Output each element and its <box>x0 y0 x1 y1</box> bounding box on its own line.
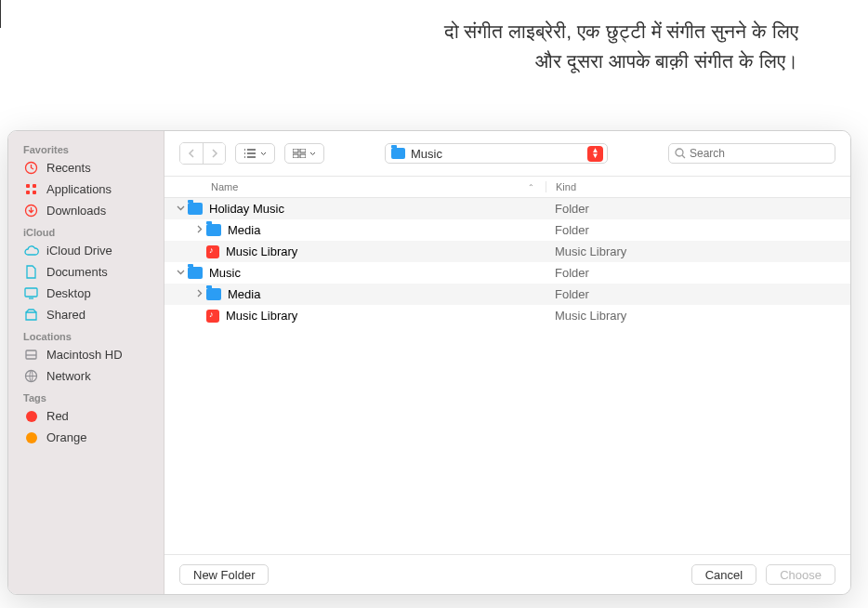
sidebar-item-orange[interactable]: Orange <box>8 427 164 448</box>
file-kind: Folder <box>546 266 850 280</box>
file-kind: Folder <box>546 223 850 237</box>
sidebar-item-label: Red <box>46 409 69 423</box>
path-dropdown[interactable]: Music ▲▼ <box>385 143 608 164</box>
toolbar: Music ▲▼ <box>164 131 850 177</box>
chevron-down-icon <box>309 152 316 156</box>
file-kind: Folder <box>546 202 850 216</box>
sidebar-item-label: Desktop <box>46 286 91 300</box>
sidebar-item-label: Network <box>46 369 91 383</box>
folder-icon <box>206 288 221 300</box>
file-name: Holiday Music <box>209 202 284 216</box>
sidebar-item-label: Shared <box>46 308 85 322</box>
desktop-icon <box>23 285 39 301</box>
file-name: Media <box>228 223 260 237</box>
svg-point-14 <box>676 149 683 156</box>
list-header: Name ⌃ Kind <box>164 177 850 198</box>
sidebar-item-icloud-drive[interactable]: iCloud Drive <box>8 240 164 261</box>
tag-dot <box>23 430 39 445</box>
file-kind: Folder <box>546 287 850 301</box>
sidebar-item-documents[interactable]: Documents <box>8 261 164 283</box>
sidebar-section-title: Locations <box>8 325 164 344</box>
table-row[interactable]: MusicFolder <box>164 262 850 284</box>
sidebar-section-title: Favorites <box>8 139 164 157</box>
chevron-down-icon <box>260 152 267 156</box>
column-kind[interactable]: Kind <box>546 181 850 192</box>
svg-rect-10 <box>293 149 298 152</box>
disclosure-triangle[interactable] <box>194 289 204 299</box>
table-row[interactable]: Music LibraryMusic Library <box>164 305 850 326</box>
file-picker-window: FavoritesRecentsApplicationsDownloadsiCl… <box>7 130 851 595</box>
footer: New Folder Cancel Choose <box>164 554 850 594</box>
clock-icon <box>23 160 39 176</box>
sidebar-item-label: Documents <box>46 265 108 279</box>
table-row[interactable]: Music LibraryMusic Library <box>164 241 850 262</box>
download-icon <box>23 203 39 218</box>
sidebar-item-downloads[interactable]: Downloads <box>8 200 164 221</box>
group-button[interactable] <box>284 143 324 164</box>
grid-icon <box>23 181 39 197</box>
sidebar-item-shared[interactable]: Shared <box>8 304 164 325</box>
sidebar-item-red[interactable]: Red <box>8 405 164 427</box>
sidebar-item-label: Orange <box>46 430 86 444</box>
sidebar-item-desktop[interactable]: Desktop <box>8 283 164 304</box>
sidebar-item-label: Recents <box>46 161 91 175</box>
disclosure-triangle[interactable] <box>176 204 185 214</box>
svg-rect-13 <box>300 154 306 158</box>
folder-icon <box>391 148 405 159</box>
back-button[interactable] <box>180 143 203 164</box>
svg-rect-2 <box>33 184 36 188</box>
table-row[interactable]: Holiday MusicFolder <box>164 198 850 219</box>
sidebar-item-label: iCloud Drive <box>46 244 112 258</box>
table-row[interactable]: MediaFolder <box>164 284 850 305</box>
disk-icon <box>23 347 39 363</box>
svg-rect-3 <box>26 191 30 194</box>
sidebar-item-applications[interactable]: Applications <box>8 178 164 200</box>
sidebar-section-title: Tags <box>8 387 164 405</box>
sidebar-item-recents[interactable]: Recents <box>8 157 164 178</box>
search-box[interactable] <box>668 143 835 164</box>
path-label: Music <box>411 147 582 161</box>
folder-icon <box>188 203 203 215</box>
file-list: Holiday MusicFolderMediaFolderMusic Libr… <box>164 198 850 554</box>
svg-line-15 <box>682 155 685 158</box>
tag-dot <box>23 408 39 424</box>
nav-buttons <box>179 142 226 165</box>
sidebar-item-macintosh-hd[interactable]: Macintosh HD <box>8 344 164 365</box>
disclosure-triangle[interactable] <box>176 268 185 278</box>
file-name: Music Library <box>226 245 297 258</box>
column-name-label: Name <box>211 181 238 192</box>
view-list-button[interactable] <box>235 143 275 164</box>
cancel-button[interactable]: Cancel <box>691 564 756 585</box>
folder-icon <box>188 267 203 279</box>
search-input[interactable] <box>690 147 829 160</box>
sidebar-section-title: iCloud <box>8 221 164 240</box>
shared-icon <box>23 307 39 323</box>
svg-rect-12 <box>293 154 298 158</box>
sidebar-item-label: Downloads <box>46 204 106 218</box>
main-pane: Music ▲▼ Name ⌃ Kind Holiday MusicFolder… <box>164 131 850 594</box>
disclosure-triangle[interactable] <box>194 225 204 235</box>
cloud-icon <box>23 243 39 258</box>
svg-rect-1 <box>26 184 30 188</box>
sidebar-item-label: Applications <box>46 182 112 196</box>
choose-button[interactable]: Choose <box>766 564 835 585</box>
search-icon <box>675 148 686 159</box>
annotation-text: दो संगीत लाइब्रेरी, एक छुट्टी में संगीत … <box>427 17 798 75</box>
forward-button[interactable] <box>203 143 225 164</box>
svg-rect-4 <box>33 191 36 194</box>
column-name[interactable]: Name ⌃ <box>164 181 546 192</box>
sort-caret-icon: ⌃ <box>528 183 534 192</box>
file-kind: Music Library <box>546 309 850 323</box>
new-folder-button[interactable]: New Folder <box>179 564 269 585</box>
table-row[interactable]: MediaFolder <box>164 219 850 241</box>
sidebar-item-label: Macintosh HD <box>46 348 123 362</box>
sidebar-item-network[interactable]: Network <box>8 365 164 387</box>
music-library-icon <box>206 245 219 258</box>
doc-icon <box>23 264 39 280</box>
svg-rect-11 <box>300 149 306 152</box>
callout-line <box>0 0 1 28</box>
globe-icon <box>23 368 39 384</box>
updown-icon: ▲▼ <box>587 146 603 162</box>
svg-rect-6 <box>25 288 37 297</box>
file-kind: Music Library <box>546 245 850 258</box>
